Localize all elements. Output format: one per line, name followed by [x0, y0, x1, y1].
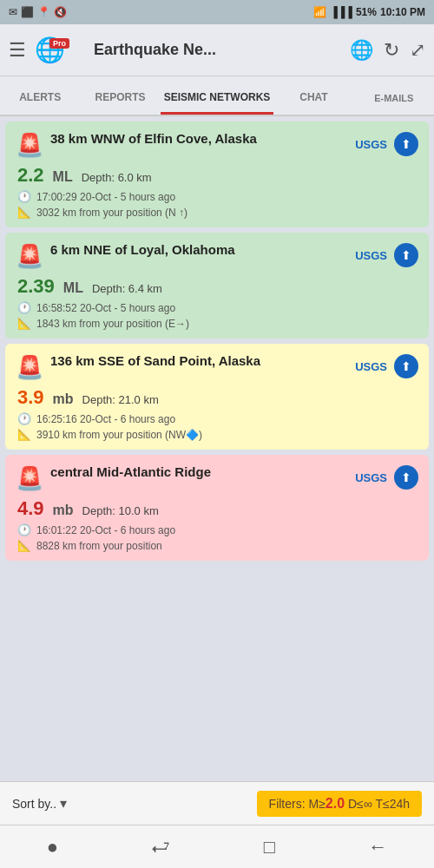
- eq-distance-1: 📐 3032 km from your position (N ↑): [17, 206, 418, 219]
- usgs-badge-3[interactable]: USGS: [355, 360, 387, 373]
- eq-location-3: 136 km SSE of Sand Point, Alaska: [50, 352, 260, 370]
- tab-bar: ALERTS REPORTS SEISMIC NETWORKS CHAT E-M…: [0, 76, 434, 116]
- earthquake-card-3[interactable]: 🚨 136 km SSE of Sand Point, Alaska USGS …: [5, 344, 429, 450]
- nav-back-icon[interactable]: ←: [368, 836, 387, 858]
- eq-mag-type-3: mb: [53, 391, 74, 407]
- globe-action-icon[interactable]: 🌐: [350, 39, 373, 62]
- eq-title-row-2: 🚨 6 km NNE of Loyal, Oklahoma: [16, 241, 348, 270]
- app-header: ☰ 🌐 Pro Earthquake Ne... 🌐 ↻ ⤢: [0, 24, 434, 76]
- navigation-bar: ● ⮐ □ ←: [0, 825, 434, 868]
- eq-card-header-3: 🚨 136 km SSE of Sand Point, Alaska USGS …: [16, 352, 418, 381]
- eq-title-row-1: 🚨 38 km WNW of Elfin Cove, Alaska: [16, 130, 348, 159]
- eq-actions-4: USGS ⬆: [355, 465, 418, 490]
- eq-mag-type-1: ML: [53, 169, 73, 185]
- eq-details-2: 2.39 ML Depth: 6.4 km 🕐 16:58:52 20-Oct …: [16, 275, 418, 330]
- usgs-badge-4[interactable]: USGS: [355, 471, 387, 484]
- header-actions: 🌐 ↻ ⤢: [350, 39, 425, 62]
- eq-mag-type-4: mb: [53, 503, 74, 518]
- nav-back-app-icon[interactable]: ⮐: [151, 836, 170, 858]
- eq-distance-3: 📐 3910 km from your position (NW🔷): [17, 428, 418, 441]
- eq-title-row-4: 🚨 central Mid-Atlantic Ridge: [16, 464, 348, 492]
- filter-rest: D≤∞ T≤24h: [345, 797, 410, 811]
- clock-icon-1: 🕐: [17, 190, 31, 203]
- filter-prefix: Filters: M≥: [269, 797, 326, 811]
- tab-chat[interactable]: CHAT: [273, 81, 353, 115]
- battery-level: 51%: [356, 6, 377, 18]
- gps-icon: 📍: [37, 6, 50, 18]
- eq-actions-3: USGS ⬆: [355, 354, 418, 378]
- distance-icon-2: 📐: [17, 317, 31, 330]
- tab-emails[interactable]: E-MAILS: [354, 82, 434, 115]
- earthquake-icon-4: 🚨: [16, 465, 43, 492]
- eq-actions-1: USGS ⬆: [355, 132, 418, 156]
- eq-magnitude-row-2: 2.39 ML Depth: 6.4 km: [17, 275, 418, 298]
- signal-bars: ▐▐▐: [330, 6, 352, 18]
- distance-icon-1: 📐: [17, 206, 31, 219]
- eq-title-row-3: 🚨 136 km SSE of Sand Point, Alaska: [16, 352, 348, 381]
- eq-magnitude-value-2: 2.39: [17, 275, 55, 298]
- clock-icon-4: 🕐: [17, 523, 31, 536]
- email-icon: ✉: [9, 6, 17, 18]
- eq-location-2: 6 km NNE of Loyal, Oklahoma: [50, 241, 235, 259]
- earthquake-card-2[interactable]: 🚨 6 km NNE of Loyal, Oklahoma USGS ⬆ 2.3…: [5, 233, 429, 339]
- eq-time-4: 🕐 16:01:22 20-Oct - 6 hours ago: [17, 523, 418, 536]
- tab-alerts[interactable]: ALERTS: [0, 81, 80, 115]
- clock-icon-3: 🕐: [17, 412, 31, 425]
- clock: 10:10 PM: [380, 6, 425, 18]
- wifi-icon: 📶: [313, 6, 326, 18]
- eq-time-1: 🕐 17:00:29 20-Oct - 5 hours ago: [17, 190, 418, 203]
- expand-icon[interactable]: ⤢: [410, 39, 425, 62]
- eq-magnitude-value-3: 3.9: [17, 386, 44, 409]
- tab-seismic-networks[interactable]: SEISMIC NETWORKS: [161, 81, 274, 115]
- refresh-icon[interactable]: ↻: [384, 39, 399, 62]
- earthquake-icon-3: 🚨: [16, 354, 43, 381]
- menu-icon[interactable]: ☰: [9, 39, 26, 62]
- eq-time-3: 🕐 16:25:16 20-Oct - 6 hours ago: [17, 412, 418, 425]
- eq-magnitude-value-1: 2.2: [17, 164, 44, 187]
- clock-icon-2: 🕐: [17, 301, 31, 314]
- eq-mag-type-2: ML: [63, 280, 83, 296]
- status-bar-left: ✉ ⬛ 📍 🔇: [9, 6, 67, 18]
- tab-reports[interactable]: REPORTS: [80, 81, 160, 115]
- earthquake-card-1[interactable]: 🚨 38 km WNW of Elfin Cove, Alaska USGS ⬆…: [5, 122, 429, 227]
- eq-card-header-1: 🚨 38 km WNW of Elfin Cove, Alaska USGS ⬆: [16, 130, 418, 159]
- usgs-badge-2[interactable]: USGS: [355, 249, 387, 262]
- share-button-4[interactable]: ⬆: [394, 465, 418, 490]
- status-bar-right: 📶 ▐▐▐ 51% 10:10 PM: [313, 6, 425, 18]
- share-button-2[interactable]: ⬆: [394, 243, 418, 267]
- eq-actions-2: USGS ⬆: [355, 243, 418, 267]
- mute-icon: 🔇: [54, 6, 67, 18]
- eq-depth-2: Depth: 6.4 km: [92, 282, 162, 295]
- sort-bar: Sort by.. ▾ Filters: M≥2.0 D≤∞ T≤24h: [0, 781, 434, 825]
- eq-magnitude-row-3: 3.9 mb Depth: 21.0 km: [17, 386, 418, 409]
- share-button-3[interactable]: ⬆: [394, 354, 418, 378]
- share-button-1[interactable]: ⬆: [394, 132, 418, 156]
- eq-card-header-4: 🚨 central Mid-Atlantic Ridge USGS ⬆: [16, 464, 418, 492]
- earthquake-icon-2: 🚨: [16, 243, 43, 270]
- sort-label: Sort by..: [12, 797, 56, 811]
- app-title: Earthquake Ne...: [94, 41, 341, 59]
- eq-depth-4: Depth: 10.0 km: [82, 504, 159, 517]
- eq-details-4: 4.9 mb Depth: 10.0 km 🕐 16:01:22 20-Oct …: [16, 497, 418, 552]
- usgs-badge-1[interactable]: USGS: [355, 138, 387, 151]
- eq-location-1: 38 km WNW of Elfin Cove, Alaska: [50, 130, 257, 148]
- eq-location-4: central Mid-Atlantic Ridge: [50, 464, 211, 481]
- eq-details-1: 2.2 ML Depth: 6.0 km 🕐 17:00:29 20-Oct -…: [16, 164, 418, 219]
- earthquake-icon-1: 🚨: [16, 132, 43, 159]
- distance-icon-3: 📐: [17, 428, 31, 441]
- eq-magnitude-value-4: 4.9: [17, 497, 44, 520]
- eq-magnitude-row-4: 4.9 mb Depth: 10.0 km: [17, 497, 418, 520]
- nav-home-icon[interactable]: ●: [47, 836, 58, 858]
- eq-magnitude-row-1: 2.2 ML Depth: 6.0 km: [17, 164, 418, 187]
- filters-bar: Filters: M≥2.0 D≤∞ T≤24h: [67, 791, 422, 817]
- eq-details-3: 3.9 mb Depth: 21.0 km 🕐 16:25:16 20-Oct …: [16, 386, 418, 441]
- eq-depth-1: Depth: 6.0 km: [82, 171, 152, 184]
- sort-by-dropdown[interactable]: Sort by.. ▾: [12, 795, 67, 812]
- nav-recents-icon[interactable]: □: [264, 836, 275, 858]
- eq-distance-4: 📐 8828 km from your position: [17, 539, 418, 552]
- status-bar: ✉ ⬛ 📍 🔇 📶 ▐▐▐ 51% 10:10 PM: [0, 0, 434, 24]
- eq-time-2: 🕐 16:58:52 20-Oct - 5 hours ago: [17, 301, 418, 314]
- distance-icon-4: 📐: [17, 539, 31, 552]
- earthquake-card-4[interactable]: 🚨 central Mid-Atlantic Ridge USGS ⬆ 4.9 …: [5, 455, 429, 561]
- eq-card-header-2: 🚨 6 km NNE of Loyal, Oklahoma USGS ⬆: [16, 241, 418, 270]
